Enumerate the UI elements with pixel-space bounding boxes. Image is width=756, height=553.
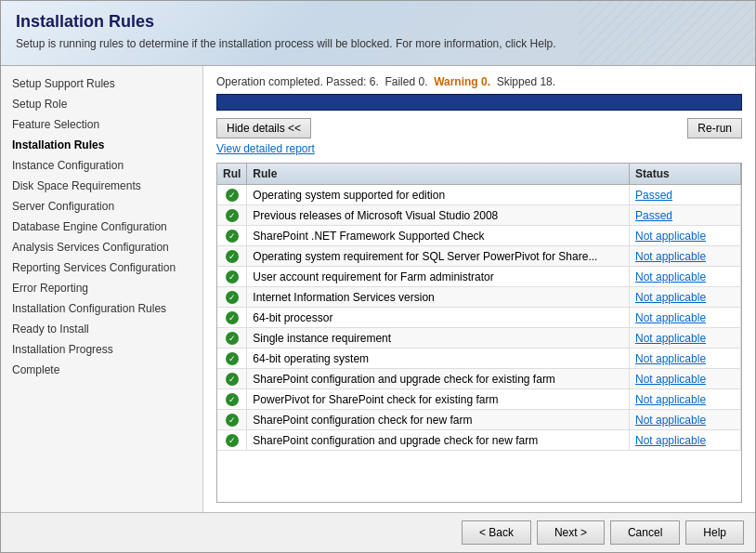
- table-row: ✓PowerPivot for SharePoint check for exi…: [217, 389, 741, 410]
- controls-row: Hide details << Re-run: [216, 118, 742, 138]
- rerun-button[interactable]: Re-run: [687, 118, 742, 138]
- row-rule-name: SharePoint configuration and upgrade che…: [247, 369, 630, 389]
- sidebar-item[interactable]: Installation Rules: [1, 135, 202, 155]
- row-status: Passed: [630, 185, 741, 205]
- check-icon: ✓: [226, 291, 239, 304]
- table-row: ✓64-bit processorNot applicable: [217, 308, 741, 328]
- back-button[interactable]: < Back: [462, 520, 531, 545]
- row-status: Not applicable: [630, 308, 741, 328]
- row-status: Not applicable: [630, 349, 741, 369]
- table-header-row: Rul Rule Status: [217, 164, 741, 185]
- row-icon-cell: ✓: [217, 430, 247, 451]
- status-link[interactable]: Passed: [635, 209, 672, 222]
- svg-rect-1: [579, 1, 755, 66]
- cancel-button[interactable]: Cancel: [610, 520, 680, 545]
- sidebar-item[interactable]: Installation Configuration Rules: [1, 298, 202, 319]
- sidebar-item[interactable]: Setup Role: [1, 94, 202, 114]
- next-button[interactable]: Next >: [537, 520, 605, 545]
- check-icon: ✓: [226, 352, 239, 365]
- sidebar-item[interactable]: Disk Space Requirements: [1, 176, 202, 196]
- status-link[interactable]: Not applicable: [635, 332, 706, 345]
- sidebar-item[interactable]: Ready to Install: [1, 319, 202, 339]
- status-link[interactable]: Not applicable: [635, 250, 706, 263]
- row-status: Passed: [630, 205, 741, 226]
- sidebar-item[interactable]: Instance Configuration: [1, 155, 202, 176]
- rules-table-container: Rul Rule Status ✓Operating system suppor…: [216, 163, 742, 503]
- row-icon-cell: ✓: [217, 246, 247, 267]
- row-status: Not applicable: [630, 226, 741, 246]
- sidebar-item[interactable]: Installation Progress: [1, 339, 202, 360]
- row-icon-cell: ✓: [217, 389, 247, 410]
- status-link[interactable]: Not applicable: [635, 434, 706, 447]
- check-icon: ✓: [226, 189, 239, 202]
- status-link[interactable]: Not applicable: [635, 373, 706, 386]
- hide-details-button[interactable]: Hide details <<: [216, 118, 311, 138]
- row-rule-name: 64-bit processor: [247, 308, 630, 328]
- sidebar-item[interactable]: Reporting Services Configuration: [1, 257, 202, 278]
- row-icon-cell: ✓: [217, 369, 247, 389]
- status-link[interactable]: Not applicable: [635, 393, 706, 406]
- sidebar-item[interactable]: Setup Support Rules: [1, 73, 202, 94]
- row-icon-cell: ✓: [217, 410, 247, 430]
- check-icon: ✓: [226, 270, 239, 283]
- sidebar-item[interactable]: Analysis Services Configuration: [1, 237, 202, 257]
- rules-table-scroll[interactable]: Rul Rule Status ✓Operating system suppor…: [217, 164, 741, 502]
- help-button[interactable]: Help: [685, 520, 744, 545]
- row-status: Not applicable: [630, 389, 741, 410]
- row-icon-cell: ✓: [217, 205, 247, 226]
- table-row: ✓SharePoint configuration and upgrade ch…: [217, 369, 741, 389]
- status-link[interactable]: Not applicable: [635, 352, 706, 365]
- row-rule-name: SharePoint .NET Framework Supported Chec…: [247, 226, 630, 246]
- row-rule-name: Operating system supported for edition: [247, 185, 630, 205]
- row-rule-name: Internet Information Services version: [247, 287, 630, 308]
- row-rule-name: SharePoint configuration check for new f…: [247, 410, 630, 430]
- sidebar-item[interactable]: Feature Selection: [1, 114, 202, 135]
- status-link[interactable]: Not applicable: [635, 414, 706, 427]
- check-icon: ✓: [226, 209, 239, 222]
- check-icon: ✓: [226, 373, 239, 386]
- body-area: Setup Support RulesSetup RoleFeature Sel…: [1, 66, 755, 512]
- status-link[interactable]: Not applicable: [635, 311, 706, 324]
- row-icon-cell: ✓: [217, 287, 247, 308]
- header: Installation Rules Setup is running rule…: [1, 1, 755, 66]
- row-status: Not applicable: [630, 369, 741, 389]
- row-status: Not applicable: [630, 430, 741, 451]
- sidebar-item[interactable]: Error Reporting: [1, 278, 202, 298]
- table-row: ✓SharePoint configuration check for new …: [217, 410, 741, 430]
- col-status-header: Status: [630, 164, 741, 185]
- footer: < Back Next > Cancel Help: [1, 512, 755, 552]
- main-container: Installation Rules Setup is running rule…: [0, 0, 756, 553]
- check-icon: ✓: [226, 434, 239, 447]
- sidebar-item[interactable]: Server Configuration: [1, 196, 202, 217]
- row-icon-cell: ✓: [217, 308, 247, 328]
- check-icon: ✓: [226, 311, 239, 324]
- header-decoration: [579, 1, 755, 66]
- sidebar: Setup Support RulesSetup RoleFeature Sel…: [1, 66, 203, 512]
- check-icon: ✓: [226, 250, 239, 263]
- status-link[interactable]: Passed: [635, 189, 672, 202]
- row-rule-name: Previous releases of Microsoft Visual St…: [247, 205, 630, 226]
- sidebar-item[interactable]: Complete: [1, 360, 202, 380]
- row-rule-name: User account requirement for Farm admini…: [247, 267, 630, 287]
- table-body: ✓Operating system supported for editionP…: [217, 185, 741, 451]
- row-icon-cell: ✓: [217, 267, 247, 287]
- operation-status: Operation completed. Passed: 6. Failed 0…: [216, 75, 742, 88]
- row-rule-name: PowerPivot for SharePoint check for exis…: [247, 389, 630, 410]
- warning-text: Warning 0.: [434, 75, 490, 88]
- table-row: ✓SharePoint .NET Framework Supported Che…: [217, 226, 741, 246]
- status-link[interactable]: Not applicable: [635, 230, 706, 243]
- operation-status-text: Operation completed. Passed: 6. Failed 0…: [216, 75, 555, 88]
- table-row: ✓Single instance requirementNot applicab…: [217, 328, 741, 349]
- table-row: ✓Previous releases of Microsoft Visual S…: [217, 205, 741, 226]
- row-icon-cell: ✓: [217, 185, 247, 205]
- row-rule-name: Operating system requirement for SQL Ser…: [247, 246, 630, 267]
- status-link[interactable]: Not applicable: [635, 291, 706, 304]
- col-name-header: Rule: [247, 164, 630, 185]
- view-report-link[interactable]: View detailed report: [216, 142, 742, 155]
- row-rule-name: SharePoint configuration and upgrade che…: [247, 430, 630, 451]
- row-rule-name: 64-bit operating system: [247, 349, 630, 369]
- row-status: Not applicable: [630, 246, 741, 267]
- row-icon-cell: ✓: [217, 226, 247, 246]
- sidebar-item[interactable]: Database Engine Configuration: [1, 217, 202, 237]
- status-link[interactable]: Not applicable: [635, 270, 706, 283]
